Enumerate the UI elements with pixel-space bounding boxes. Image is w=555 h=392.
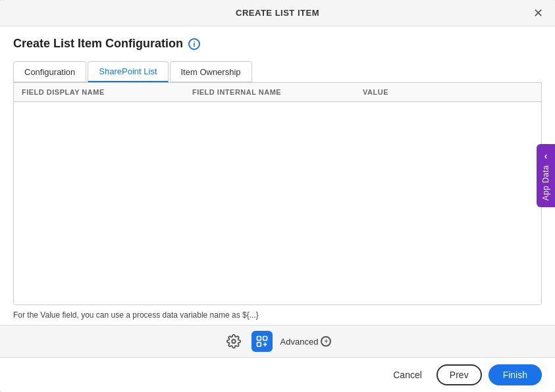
settings-icon bbox=[226, 334, 241, 349]
list-config-button[interactable] bbox=[251, 331, 273, 352]
tabs-container: Configuration SharePoint List Item Owner… bbox=[13, 61, 542, 82]
main-content: Create List Item Configuration i Configu… bbox=[0, 26, 555, 325]
svg-rect-2 bbox=[263, 337, 267, 341]
info-icon[interactable]: i bbox=[188, 38, 200, 50]
table-container: FIELD DISPLAY NAME FIELD INTERNAL NAME V… bbox=[13, 82, 542, 305]
finish-button[interactable]: Finish bbox=[489, 364, 542, 385]
tab-sharepoint-list[interactable]: SharePoint List bbox=[88, 61, 168, 82]
advanced-button[interactable]: Advanced + bbox=[280, 336, 332, 347]
page-title-row: Create List Item Configuration i bbox=[13, 37, 542, 51]
table-header: FIELD DISPLAY NAME FIELD INTERNAL NAME V… bbox=[14, 83, 541, 102]
prev-button[interactable]: Prev bbox=[436, 364, 482, 385]
modal-title: CREATE LIST ITEM bbox=[236, 8, 319, 18]
footer-buttons: Cancel Prev Finish bbox=[0, 357, 555, 392]
content-area: FIELD DISPLAY NAME FIELD INTERNAL NAME V… bbox=[13, 82, 542, 325]
svg-rect-3 bbox=[257, 343, 261, 347]
close-button[interactable]: ✕ bbox=[529, 6, 547, 20]
advanced-plus-icon: + bbox=[321, 336, 331, 347]
footer-toolbar: Advanced + bbox=[0, 325, 555, 357]
page-title-text: Create List Item Configuration bbox=[13, 37, 183, 51]
tab-configuration[interactable]: Configuration bbox=[13, 61, 86, 82]
col-field-display-name: FIELD DISPLAY NAME bbox=[22, 88, 192, 96]
col-field-internal-name: FIELD INTERNAL NAME bbox=[192, 88, 363, 96]
table-body bbox=[14, 102, 541, 305]
app-data-label: App Data bbox=[541, 165, 550, 201]
hint-text: For the Value field, you can use a proce… bbox=[13, 310, 542, 320]
sidebar-arrow-icon: ‹ bbox=[544, 151, 548, 161]
svg-point-0 bbox=[232, 339, 236, 343]
cancel-button[interactable]: Cancel bbox=[385, 366, 430, 384]
tab-item-ownership[interactable]: Item Ownership bbox=[170, 61, 252, 82]
advanced-label: Advanced bbox=[280, 337, 319, 347]
svg-rect-1 bbox=[257, 337, 261, 341]
list-config-icon bbox=[255, 335, 269, 348]
title-bar: CREATE LIST ITEM ✕ bbox=[0, 0, 555, 26]
modal-container: CREATE LIST ITEM ✕ Create List Item Conf… bbox=[0, 0, 555, 392]
col-value: VALUE bbox=[363, 88, 533, 96]
app-data-sidebar[interactable]: ‹ App Data bbox=[537, 144, 555, 207]
settings-button[interactable] bbox=[224, 331, 244, 351]
